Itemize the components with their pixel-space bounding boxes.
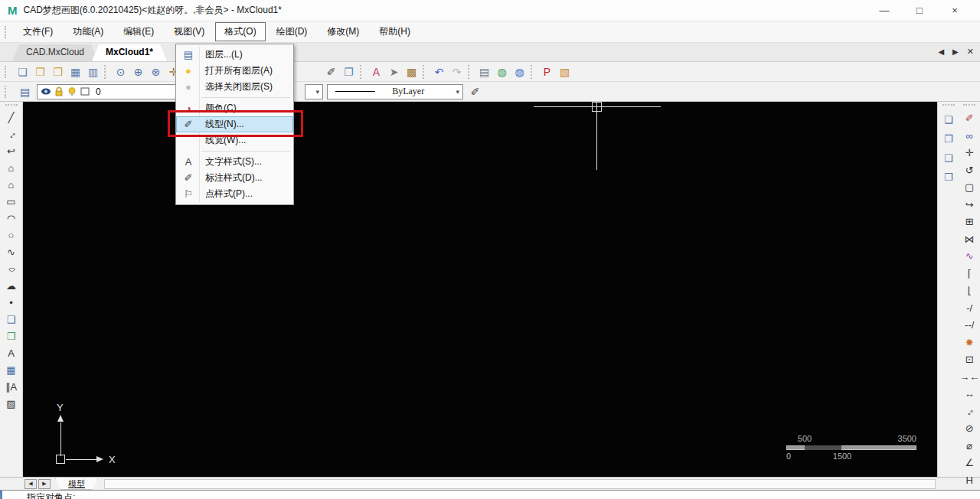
toolbar-grip[interactable] [5, 66, 8, 78]
menubar-item-view[interactable]: 视图(V) [165, 22, 214, 41]
menu-item-color[interactable]: ◑颜色(C) [176, 100, 293, 116]
maximize-button[interactable]: □ [902, 1, 937, 21]
copy-with-base-icon[interactable]: ❐ [940, 132, 957, 145]
zoom-extents-icon[interactable]: ⊛ [148, 64, 164, 80]
toolbar-grip[interactable] [5, 26, 8, 38]
erase-icon[interactable]: ✐ [961, 112, 978, 125]
linetype-tool-icon[interactable]: ✐ [323, 64, 339, 80]
print-icon[interactable]: ▤ [476, 64, 492, 80]
check-update-icon[interactable]: ◍ [511, 64, 528, 80]
linetype-combo[interactable]: ByLayer ▾ [327, 84, 463, 99]
move-icon[interactable]: ✛ [961, 146, 978, 159]
open-cloud-file-icon[interactable]: ❒ [50, 64, 66, 80]
publish-web-icon[interactable]: ◍ [494, 64, 510, 80]
draw-multiline-text-icon[interactable]: ∥A [3, 380, 20, 393]
select-brush-icon[interactable]: ➤ [386, 64, 402, 80]
dim-aligned-icon[interactable]: ↔ [959, 400, 980, 422]
rotate-icon[interactable]: ↺ [961, 164, 978, 177]
draw-line-icon[interactable]: ╱ [3, 111, 20, 124]
draw-circle-icon[interactable]: ○ [3, 229, 20, 242]
draw-polyline-icon[interactable]: ↩ [3, 145, 20, 158]
export-image-icon[interactable]: ▧ [557, 64, 573, 80]
draw-ellipse-icon[interactable]: ○ [0, 264, 22, 274]
extend-icon[interactable]: --/ [961, 318, 978, 331]
horizontal-scrollbar[interactable] [104, 479, 936, 489]
open-file-icon[interactable]: ❐ [32, 64, 48, 80]
scale-icon[interactable]: ▢ [961, 181, 978, 194]
new-window-icon[interactable]: ❐ [341, 64, 357, 80]
draw-polygon-icon[interactable]: ⌂ [3, 161, 20, 174]
document-tab-cad-mxcloud[interactable]: CAD.MxCloud [12, 44, 98, 61]
draw-hatch-icon[interactable]: ▨ [3, 397, 20, 410]
color-combo-partial[interactable]: ▾ [305, 84, 323, 99]
command-line[interactable]: 指定对角点: [0, 490, 980, 499]
menu-item-point-style[interactable]: ⚐点样式(P)... [176, 186, 293, 202]
draw-revision-cloud-icon[interactable]: ☁ [3, 279, 20, 292]
chevron-down-icon[interactable]: ▾ [456, 88, 459, 96]
zoom-window-icon[interactable]: ⊕ [130, 64, 146, 80]
array-icon[interactable]: ⊞ [961, 215, 978, 228]
new-file-icon[interactable]: ❏ [15, 64, 31, 80]
dim-linear-icon[interactable]: ↔ [961, 387, 978, 400]
menu-item-lineweight[interactable]: 线宽(W)... [176, 132, 293, 148]
draw-rectangle-icon[interactable]: ▭ [3, 195, 20, 208]
draw-xline-icon[interactable]: ↔ [1, 124, 22, 145]
dim-angular-icon[interactable]: ∠ [961, 456, 978, 469]
menubar-item-modify[interactable]: 修改(M) [318, 22, 368, 41]
layer-combo[interactable]: 0 ▾ [37, 84, 184, 99]
document-tab-mxcloud1[interactable]: MxCloud1* [92, 44, 167, 61]
draw-point-icon[interactable]: • [3, 296, 20, 309]
copy-object-icon[interactable]: ∞ [961, 129, 978, 142]
menu-item-dim-style[interactable]: ✐标注样式(D)... [176, 170, 293, 186]
toolbar-grip[interactable] [942, 104, 955, 107]
redo-icon[interactable]: ↷ [449, 64, 465, 80]
edit-spline-icon[interactable]: ∿ [961, 250, 978, 263]
copy-clip-icon[interactable]: ❏ [940, 113, 957, 126]
menu-item-text-style[interactable]: A文字样式(S)... [176, 154, 293, 170]
palette-icon[interactable]: ▩ [403, 64, 420, 80]
dim-continue-icon[interactable]: H [961, 474, 978, 487]
draw-table-icon[interactable]: ▦ [3, 364, 20, 377]
menubar-item-draw[interactable]: 绘图(D) [267, 22, 317, 41]
export-pdf-icon[interactable]: P [539, 64, 555, 80]
layout-prev-button[interactable]: ◀ [24, 479, 37, 489]
draw-polygon-inscribed-icon[interactable]: ⌂ [3, 178, 20, 191]
linetype-pen-icon[interactable]: ✐ [467, 84, 483, 99]
layer-manager-icon[interactable]: ▤ [17, 84, 33, 99]
draw-text-icon[interactable]: A [3, 347, 20, 360]
paste-as-block-icon[interactable]: ❒ [940, 171, 957, 184]
minimize-button[interactable]: — [867, 1, 902, 21]
text-style-tool-icon[interactable]: A [368, 64, 384, 80]
save-as-icon[interactable]: ▥ [85, 64, 101, 80]
region-icon[interactable]: ⊡ [961, 353, 978, 366]
menubar-item-help[interactable]: 帮助(H) [370, 22, 420, 41]
join-icon[interactable]: →← [961, 370, 978, 383]
create-block-icon[interactable]: ❑ [3, 313, 20, 326]
dim-diameter-icon[interactable]: ⌀ [961, 439, 978, 452]
chamfer-icon[interactable]: ⌊ [961, 284, 978, 297]
model-tab[interactable]: 模型 [55, 478, 98, 490]
trim-icon[interactable]: -/ [961, 302, 978, 315]
paste-icon[interactable]: ❑ [940, 152, 957, 165]
zoom-previous-icon[interactable]: ⊙ [113, 64, 129, 80]
draw-spline-icon[interactable]: ∿ [3, 246, 20, 259]
chevron-down-icon[interactable]: ▾ [315, 88, 319, 96]
fillet-icon[interactable]: ⌈ [961, 267, 978, 280]
menubar-item-tools[interactable]: 功能(A) [64, 22, 113, 41]
save-icon[interactable]: ▦ [67, 64, 83, 80]
menubar-item-file[interactable]: 文件(F) [14, 22, 62, 41]
close-button[interactable]: × [937, 1, 972, 21]
offset-icon[interactable]: ↪ [961, 198, 978, 211]
menu-item-open-all-layers[interactable]: ●打开所有图层(A) [176, 63, 293, 79]
insert-block-icon[interactable]: ❒ [3, 330, 20, 343]
menu-item-linetype[interactable]: ✐线型(N)... [176, 116, 293, 132]
layout-next-button[interactable]: ▶ [38, 479, 51, 489]
tab-next-button[interactable]: ▶ [952, 47, 959, 56]
menu-item-select-close-layers[interactable]: ●选择关闭图层(S) [176, 79, 293, 95]
explode-icon[interactable]: ✸ [961, 336, 978, 349]
dim-radius-icon[interactable]: ⊘ [961, 422, 978, 435]
tab-close-button[interactable]: ✕ [967, 47, 974, 57]
tab-prev-button[interactable]: ◀ [938, 47, 944, 56]
toolbar-grip[interactable] [5, 104, 18, 107]
mirror-icon[interactable]: ⋈ [961, 233, 978, 246]
